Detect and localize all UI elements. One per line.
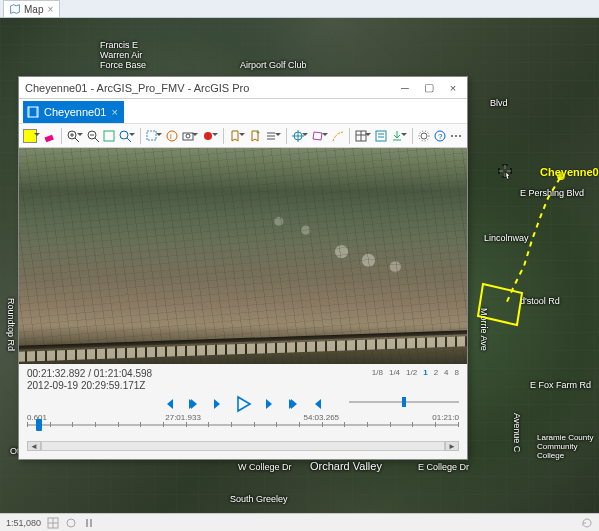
export-button[interactable] xyxy=(390,127,404,144)
svg-point-16 xyxy=(120,131,128,139)
svg-point-44 xyxy=(459,135,461,137)
zoom-in-icon xyxy=(66,129,80,143)
timeline-scrollbar[interactable]: ◄ ► xyxy=(27,439,459,453)
record-button[interactable] xyxy=(201,127,215,144)
grid-icon[interactable] xyxy=(47,517,59,529)
svg-point-38 xyxy=(421,133,427,139)
svg-rect-50 xyxy=(90,519,92,527)
refresh-icon[interactable] xyxy=(581,517,593,529)
skip-end-button[interactable] xyxy=(310,397,324,411)
add-bookmark-button[interactable]: + xyxy=(248,127,262,144)
svg-point-48 xyxy=(67,519,75,527)
bookmark-icon xyxy=(228,129,242,143)
identify-button[interactable]: i xyxy=(165,127,179,144)
rewind-button[interactable] xyxy=(210,397,224,411)
play-button[interactable] xyxy=(234,395,252,413)
forward-button[interactable] xyxy=(262,397,276,411)
scroll-right-button[interactable]: ► xyxy=(445,441,459,451)
timeline-thumb[interactable] xyxy=(36,419,42,431)
snap-icon[interactable] xyxy=(65,517,77,529)
magnify-button[interactable] xyxy=(118,127,132,144)
map-icon xyxy=(10,4,20,14)
export-icon xyxy=(390,129,404,143)
maximize-button[interactable]: ▢ xyxy=(417,79,441,97)
skip-start-button[interactable] xyxy=(162,397,176,411)
close-icon[interactable]: × xyxy=(47,4,53,15)
svg-point-22 xyxy=(186,134,190,138)
identify-icon: i xyxy=(165,129,179,143)
scale-readout[interactable]: 1:51,080 xyxy=(6,518,41,528)
fmv-titlebar[interactable]: Cheyenne01 - ArcGIS_Pro_FMV - ArcGIS Pro… xyxy=(19,77,467,99)
map-tab[interactable]: Map × xyxy=(3,0,60,17)
svg-point-23 xyxy=(204,132,212,140)
pause-icon[interactable] xyxy=(83,517,95,529)
properties-button[interactable] xyxy=(374,127,388,144)
separator xyxy=(412,128,413,144)
speed-1-8[interactable]: 1/8 xyxy=(372,368,383,379)
speed-marks: 1/8 1/4 1/2 1 2 4 8 xyxy=(372,368,459,379)
frame-center-button[interactable] xyxy=(291,127,305,144)
more-button[interactable] xyxy=(449,127,463,144)
svg-line-13 xyxy=(95,138,99,142)
close-icon[interactable]: × xyxy=(111,106,117,118)
zoom-out-button[interactable] xyxy=(86,127,100,144)
outline-icon xyxy=(311,129,325,143)
record-icon xyxy=(201,129,215,143)
timeline-slider[interactable]: 0.601 27:01.933 54:03.265 01:21:0 xyxy=(27,415,459,437)
clear-button[interactable] xyxy=(43,127,57,144)
select-icon xyxy=(145,129,159,143)
minimize-button[interactable]: ─ xyxy=(393,79,417,97)
gear-icon xyxy=(417,129,431,143)
speed-2[interactable]: 2 xyxy=(434,368,438,379)
step-back-button[interactable] xyxy=(186,397,200,411)
speed-1-2[interactable]: 1/2 xyxy=(406,368,417,379)
map-view[interactable]: Francis E Warren Air Force Base Airport … xyxy=(0,18,599,513)
settings-button[interactable] xyxy=(417,127,431,144)
fmv-controls: 00:21:32.892 / 01:21:04.598 1/8 1/4 1/2 … xyxy=(19,364,467,459)
playback-controls xyxy=(27,395,459,413)
frame-outline-button[interactable] xyxy=(311,127,325,144)
film-icon xyxy=(27,106,39,118)
sensor-track-button[interactable] xyxy=(331,127,345,144)
speed-slider[interactable] xyxy=(349,395,459,409)
video-file-tab[interactable]: Cheyenne01 × xyxy=(23,101,124,123)
video-file-label: Cheyenne01 xyxy=(44,106,106,118)
svg-point-42 xyxy=(451,135,453,137)
separator xyxy=(140,128,141,144)
zoom-extent-button[interactable] xyxy=(102,127,116,144)
svg-rect-18 xyxy=(147,131,156,140)
select-button[interactable] xyxy=(145,127,159,144)
separator xyxy=(349,128,350,144)
help-icon: ? xyxy=(433,129,447,143)
step-forward-button[interactable] xyxy=(286,397,300,411)
status-bar: 1:51,080 xyxy=(0,513,599,531)
zoom-out-icon xyxy=(86,129,100,143)
svg-rect-5 xyxy=(28,107,30,117)
manage-bookmarks-button[interactable] xyxy=(264,127,278,144)
separator xyxy=(286,128,287,144)
separator xyxy=(61,128,62,144)
svg-rect-49 xyxy=(86,519,88,527)
speed-1[interactable]: 1 xyxy=(423,368,427,379)
speed-1-4[interactable]: 1/4 xyxy=(389,368,400,379)
outer-tab-bar: Map × xyxy=(0,0,599,18)
scroll-left-button[interactable]: ◄ xyxy=(27,441,41,451)
close-button[interactable]: × xyxy=(441,79,465,97)
svg-marker-31 xyxy=(313,132,322,140)
speed-8[interactable]: 8 xyxy=(455,368,459,379)
video-viewport[interactable] xyxy=(19,148,467,364)
svg-line-17 xyxy=(127,138,131,142)
svg-text:+: + xyxy=(256,129,260,136)
capture-frame-button[interactable] xyxy=(181,127,195,144)
bookmark-button[interactable] xyxy=(228,127,242,144)
help-button[interactable]: ? xyxy=(433,127,447,144)
svg-marker-0 xyxy=(11,5,20,14)
track-icon xyxy=(331,129,345,143)
metadata-button[interactable] xyxy=(354,127,368,144)
color-picker-button[interactable] xyxy=(23,127,37,144)
zoom-in-button[interactable] xyxy=(66,127,80,144)
color-swatch-icon xyxy=(23,129,37,143)
svg-point-43 xyxy=(455,135,457,137)
add-bookmark-icon: + xyxy=(248,129,262,143)
speed-4[interactable]: 4 xyxy=(444,368,448,379)
